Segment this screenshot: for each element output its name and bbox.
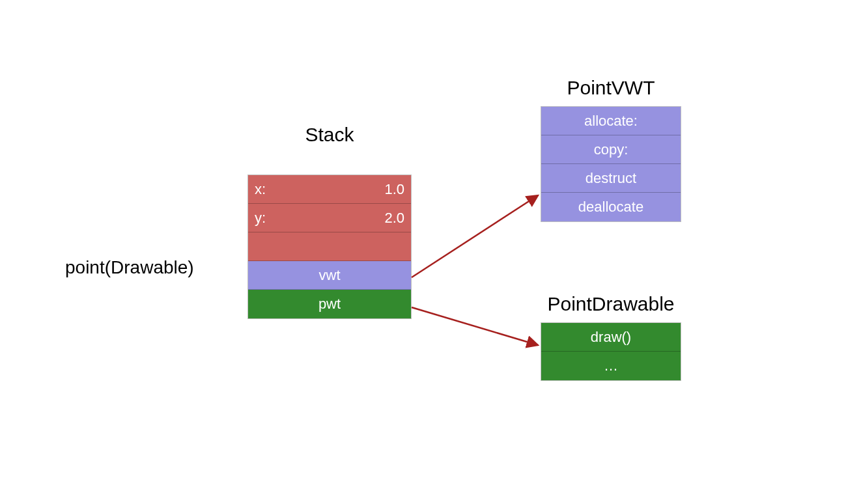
stack-row-y: y: 2.0 bbox=[248, 204, 411, 232]
stack-title: Stack bbox=[247, 124, 412, 146]
vwt-row-copy: copy: bbox=[541, 135, 681, 164]
vwt-row-allocate: allocate: bbox=[541, 107, 681, 135]
pwt-row-ellipsis: … bbox=[541, 352, 681, 380]
arrow-vwt bbox=[412, 195, 538, 277]
stack-row-key: y: bbox=[255, 210, 266, 227]
stack-row-key: x: bbox=[255, 181, 266, 198]
vwt-row-destruct: destruct bbox=[541, 164, 681, 193]
vwt-title: PointVWT bbox=[541, 77, 681, 99]
stack-box: x: 1.0 y: 2.0 vwt pwt bbox=[247, 175, 412, 319]
stack-row-vwt: vwt bbox=[248, 261, 411, 290]
stack-row-pwt: pwt bbox=[248, 290, 411, 318]
stack-row-val: 2.0 bbox=[384, 210, 404, 227]
stack-row-val: 1.0 bbox=[384, 181, 404, 198]
pwt-title: PointDrawable bbox=[541, 293, 681, 315]
arrow-pwt bbox=[412, 307, 538, 345]
side-label: point(Drawable) bbox=[65, 257, 194, 278]
pwt-row-draw: draw() bbox=[541, 323, 681, 352]
stack-row-empty bbox=[248, 232, 411, 261]
vwt-row-deallocate: deallocate bbox=[541, 193, 681, 221]
stack-row-x: x: 1.0 bbox=[248, 175, 411, 204]
arrows-svg bbox=[0, 0, 861, 504]
pwt-box: draw() … bbox=[541, 322, 681, 381]
vwt-box: allocate: copy: destruct deallocate bbox=[541, 106, 681, 222]
